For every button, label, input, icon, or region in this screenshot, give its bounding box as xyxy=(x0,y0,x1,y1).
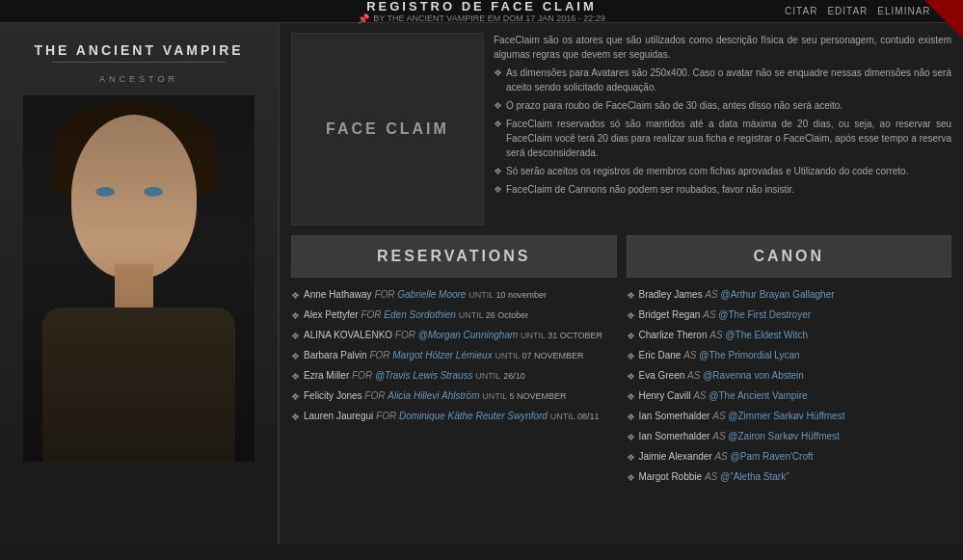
char-divider xyxy=(52,62,226,63)
canon-label: CANON xyxy=(753,248,824,264)
diamond-icon: ❖ xyxy=(627,369,635,385)
diamond-icon: ❖ xyxy=(291,410,300,425)
rule-2: ❖ O prazo para roubo de FaceClaim são de… xyxy=(494,98,951,113)
list-item: ❖ Ian Somerhalder AS @Zairon Sarkøv Hüff… xyxy=(627,429,952,445)
rule-5: ❖ FaceClaim de Cannons não podem ser rou… xyxy=(494,182,951,197)
diamond-icon-3: ❖ xyxy=(494,117,502,160)
edit-button[interactable]: EDITAR xyxy=(827,6,868,16)
list-item: ❖ Ezra Miller FOR @Travis Lewis Strauss … xyxy=(291,368,617,385)
diamond-icon: ❖ xyxy=(627,308,635,324)
diamond-icon-1: ❖ xyxy=(494,66,502,94)
character-role: ANCESTOR xyxy=(99,74,178,84)
list-item: ❖ Margot Robbie AS @"Aletha Stark" xyxy=(627,469,952,486)
diamond-icon-4: ❖ xyxy=(494,164,502,178)
diamond-icon: ❖ xyxy=(627,430,635,445)
page-title-area: REGISTRO DE FACE CLAIM 📌 BY THE ANCIENT … xyxy=(358,0,604,24)
sidebar: THE ANCIENT VAMPIRE ANCESTOR xyxy=(0,23,280,544)
list-item: ❖ Barbara Palvin FOR Margot Hölzer Lémie… xyxy=(291,348,617,364)
face-claim-section: FACE CLAIM FaceClaim são os atores que s… xyxy=(291,33,951,226)
diamond-icon: ❖ xyxy=(291,308,300,324)
diamond-icon: ❖ xyxy=(291,389,300,405)
rule-intro: FaceClaim são os atores que são utilizad… xyxy=(494,33,951,62)
list-item: ❖ ALINA KOVALENKO FOR @Morgan Cunningham… xyxy=(291,328,617,344)
subtitle-text: BY THE ANCIENT VAMPIRE EM DOM 17 JAN 201… xyxy=(373,13,604,23)
list-item: ❖ Ian Somerhalder AS @Zimmer Sarkøv Hüff… xyxy=(627,409,952,425)
quote-button[interactable]: CITAR xyxy=(785,6,817,16)
list-item: ❖ Bridget Regan AS @The First Destroyer xyxy=(627,307,952,324)
reservations-list: ❖ Anne Hathaway for Gabrielle Moore UNTI… xyxy=(291,287,617,490)
pin-icon: 📌 xyxy=(358,13,369,24)
delete-button[interactable]: ELIMINAR xyxy=(877,6,930,16)
rule-1: ❖ As dimensões para Avatares são 250x400… xyxy=(494,66,951,94)
reservations-box: RESERVATIONS xyxy=(291,235,617,278)
section-boxes: RESERVATIONS CANON xyxy=(291,235,951,278)
list-item: ❖ Anne Hathaway for Gabrielle Moore UNTI… xyxy=(291,287,617,304)
diamond-icon: ❖ xyxy=(291,369,300,385)
list-item: ❖ Bradley James AS @Arthur Brayan Gallag… xyxy=(627,287,952,304)
top-bar: REGISTRO DE FACE CLAIM 📌 BY THE ANCIENT … xyxy=(0,0,963,23)
list-item: ❖ Charlize Theron AS @The Eldest Witch xyxy=(627,328,952,344)
list-item: ❖ Henry Cavill AS @The Ancient Vampire xyxy=(627,388,952,405)
main-layout: THE ANCIENT VAMPIRE ANCESTOR FACE CLAIM … xyxy=(0,23,963,544)
diamond-icon: ❖ xyxy=(627,288,635,304)
rule-4: ❖ Só serão aceitos os registros de membr… xyxy=(494,164,951,178)
character-portrait xyxy=(23,95,254,462)
diamond-icon: ❖ xyxy=(627,470,635,486)
list-item: ❖ Eva Green AS @Ravenna von Abstein xyxy=(627,368,952,385)
page-title: REGISTRO DE FACE CLAIM xyxy=(358,0,604,13)
face-claim-label: FACE CLAIM xyxy=(326,120,449,138)
diamond-icon: ❖ xyxy=(291,349,300,364)
corner-decor xyxy=(924,0,963,39)
diamond-icon: ❖ xyxy=(291,329,300,344)
canon-list: ❖ Bradley James AS @Arthur Brayan Gallag… xyxy=(627,287,952,490)
reservations-label: RESERVATIONS xyxy=(377,248,531,264)
diamond-icon: ❖ xyxy=(627,450,635,466)
canon-box: CANON xyxy=(627,235,952,278)
diamond-icon-2: ❖ xyxy=(494,98,502,113)
content-area: FACE CLAIM FaceClaim são os atores que s… xyxy=(280,23,963,544)
list-item: ❖ Lauren Jauregui FOR Dominique Käthe Re… xyxy=(291,409,617,425)
diamond-icon: ❖ xyxy=(291,288,300,304)
list-item: ❖ Eric Dane AS @The Primordial Lycan xyxy=(627,348,952,364)
diamond-icon: ❖ xyxy=(627,349,635,364)
diamond-icon: ❖ xyxy=(627,329,635,344)
lists-area: ❖ Anne Hathaway for Gabrielle Moore UNTI… xyxy=(291,287,951,490)
rule-3: ❖ FaceClaim reservados só são mantidos a… xyxy=(494,117,951,160)
list-item: ❖ Jaimie Alexander AS @Pam Raven'Croft xyxy=(627,449,952,466)
diamond-icon: ❖ xyxy=(627,410,635,425)
list-item: ❖ Alex Pettyfer FOR Eden Sordothien UNTI… xyxy=(291,307,617,324)
page-subtitle: 📌 BY THE ANCIENT VAMPIRE EM DOM 17 JAN 2… xyxy=(358,13,604,24)
character-name: THE ANCIENT VAMPIRE xyxy=(34,42,243,58)
diamond-icon: ❖ xyxy=(627,389,635,405)
face-claim-box: FACE CLAIM xyxy=(291,33,484,226)
list-item: ❖ Felicity Jones FOR Alicia Hillevi Ahls… xyxy=(291,388,617,405)
shadow-overlay xyxy=(23,95,254,462)
diamond-icon-5: ❖ xyxy=(494,182,502,197)
face-claim-rules: FaceClaim são os atores que são utilizad… xyxy=(494,33,951,226)
